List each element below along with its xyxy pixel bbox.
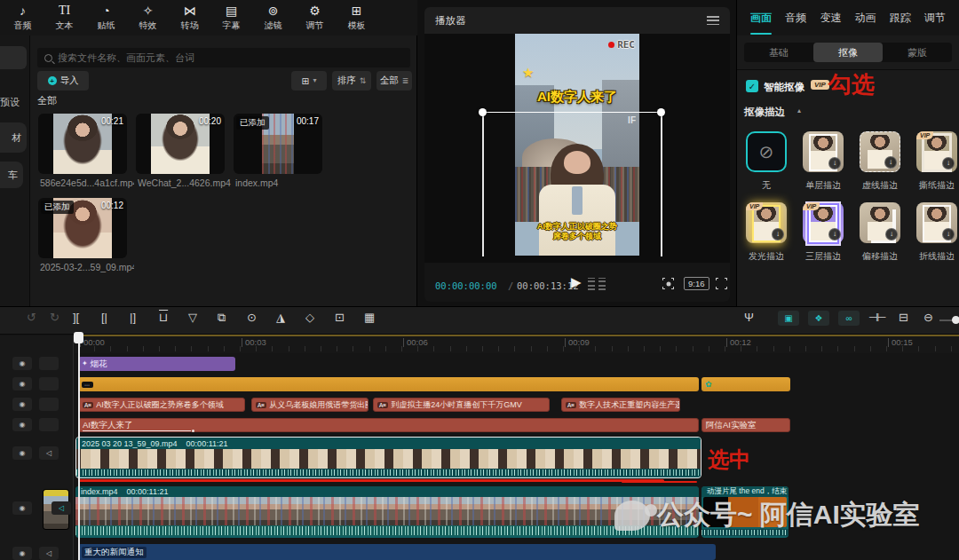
- stroke-option-offset[interactable]: ↓: [860, 202, 900, 243]
- stroke-option-glow[interactable]: VIP↓: [746, 202, 787, 243]
- effect-clip-fireworks[interactable]: ✦ 烟花: [78, 357, 235, 371]
- mirror-icon[interactable]: ◮: [276, 312, 285, 323]
- selection-handle-left[interactable]: [479, 108, 487, 116]
- rotate-icon[interactable]: ◇: [305, 312, 314, 323]
- stroke-option-dashed[interactable]: ↓: [860, 131, 900, 172]
- audio-clip-1[interactable]: ⋯: [78, 377, 699, 391]
- matting-tool-icon[interactable]: ▦: [364, 312, 375, 323]
- stroke-option-paper[interactable]: VIP↓: [916, 131, 957, 172]
- video-clip-selected[interactable]: 2025 03 20 13_59_09.mp400:00:11:21: [75, 437, 701, 478]
- frame-view-icon-2[interactable]: [598, 278, 606, 290]
- tab-text[interactable]: TI文本: [44, 0, 85, 35]
- media-item-4[interactable]: 已添加 00:12: [38, 198, 127, 258]
- tab-audio-props[interactable]: 音频: [785, 0, 806, 36]
- tab-adjust-props[interactable]: 调节: [924, 0, 946, 36]
- split-icon[interactable]: ][: [73, 312, 79, 323]
- tab-audio[interactable]: ♪音频: [2, 0, 44, 35]
- caption-clip-3[interactable]: A≡ 到虚拟主播24小时直播创下千万GMV: [373, 398, 550, 412]
- eye-icon[interactable]: ◉: [12, 418, 32, 431]
- eye-icon[interactable]: ◉: [12, 446, 32, 460]
- tab-tracking[interactable]: 跟踪: [890, 0, 911, 36]
- play-button[interactable]: ▶: [571, 275, 582, 288]
- track-option-icon[interactable]: [39, 377, 59, 390]
- media-item-2[interactable]: 00:20: [136, 114, 225, 174]
- brand-clip[interactable]: 阿信AI实验室: [701, 418, 790, 432]
- tab-filters[interactable]: ⊚滤镜: [252, 0, 294, 35]
- tab-sticker[interactable]: ◔贴纸: [85, 0, 127, 35]
- split-left-icon[interactable]: [|: [101, 312, 107, 323]
- stroke-option-triple[interactable]: VIP↓: [803, 202, 844, 243]
- subtab-basic[interactable]: 基础: [744, 43, 813, 62]
- subtab-matting[interactable]: 抠像: [813, 43, 883, 62]
- speaker-icon-active[interactable]: ◁: [52, 501, 71, 515]
- media-item-3[interactable]: 已添加 00:17: [234, 114, 322, 174]
- track-option-icon[interactable]: [39, 418, 59, 431]
- audio-clip-2[interactable]: ✿: [701, 377, 790, 391]
- delete-icon[interactable]: ⊔: [159, 312, 168, 323]
- media-search[interactable]: [37, 48, 410, 67]
- speed-icon[interactable]: ⊙: [247, 312, 257, 323]
- eye-icon[interactable]: ◉: [12, 357, 32, 370]
- caption-clip-1[interactable]: A≡ AI数字人正以破圈之势席卷多个领域: [78, 398, 245, 412]
- eye-icon[interactable]: ◉: [12, 377, 32, 390]
- timeline-zoom-out-icon[interactable]: ⊖: [923, 312, 933, 323]
- speaker-icon[interactable]: ◁: [39, 446, 59, 460]
- filter-button[interactable]: 全部 ≣: [376, 71, 412, 91]
- tab-effects[interactable]: ✧特效: [127, 0, 169, 35]
- rail-item-draft[interactable]: 车: [0, 162, 23, 188]
- import-button[interactable]: + 导入: [37, 71, 89, 91]
- crop-icon[interactable]: ⊡: [335, 312, 345, 323]
- sort-button[interactable]: 排序 ⇅: [332, 71, 371, 91]
- view-mode-button[interactable]: ⊞ ▾: [291, 71, 327, 91]
- magic-link-icon[interactable]: ❖: [808, 311, 829, 326]
- frame-view-icon[interactable]: [588, 278, 595, 290]
- fullscreen-icon[interactable]: [716, 278, 727, 289]
- tab-speed[interactable]: 变速: [820, 0, 841, 36]
- snap-toggle-icon[interactable]: ▣: [778, 311, 799, 326]
- tab-transition[interactable]: ⋈转场: [169, 0, 210, 35]
- eye-icon[interactable]: ◉: [12, 547, 32, 560]
- track-option-icon[interactable]: [39, 357, 59, 370]
- playhead-handle[interactable]: [74, 332, 83, 343]
- link-toggle-icon[interactable]: ∞: [838, 311, 860, 326]
- stroke-option-zigzag[interactable]: ↓: [916, 202, 957, 243]
- tab-adjust[interactable]: ⚙调节: [294, 0, 336, 35]
- player-menu-icon[interactable]: [707, 16, 719, 25]
- media-item-1[interactable]: 00:21: [38, 114, 127, 174]
- overlay-icon[interactable]: ⧉: [218, 312, 226, 323]
- subtab-mask[interactable]: 蒙版: [883, 43, 952, 62]
- mask-icon[interactable]: ▽: [188, 312, 197, 323]
- tab-animation[interactable]: 动画: [855, 0, 876, 36]
- record-voiceover-icon[interactable]: Ψ: [744, 312, 754, 323]
- aspect-ratio-button[interactable]: 9:16: [684, 277, 709, 290]
- playhead-line[interactable]: [78, 335, 80, 560]
- smart-matting-checkbox[interactable]: ✓: [746, 80, 758, 92]
- speaker-icon[interactable]: ◁: [39, 547, 59, 560]
- tab-captions[interactable]: ▤字幕: [210, 0, 252, 35]
- preview-axis-icon[interactable]: ⊟: [899, 312, 908, 323]
- rail-item-material[interactable]: 材: [0, 122, 27, 153]
- stroke-option-single[interactable]: ↓: [803, 131, 844, 172]
- preview-quality-icon[interactable]: [662, 278, 674, 289]
- selection-right-edge[interactable]: [661, 113, 662, 256]
- unlink-icon[interactable]: ⊣⊢: [868, 312, 885, 323]
- selection-handle-right[interactable]: [657, 108, 665, 116]
- collapse-caret-icon[interactable]: ▴: [797, 107, 801, 114]
- news-audio-clip[interactable]: 重大的新闻通知: [78, 544, 716, 560]
- track-option-icon[interactable]: [39, 398, 59, 411]
- split-right-icon[interactable]: |]: [130, 312, 136, 323]
- rail-search-box[interactable]: [0, 46, 27, 69]
- timeline-zoom-slider-handle[interactable]: [952, 316, 959, 324]
- caption-clip-2[interactable]: A≡ 从义乌老板娘用俄语带货出圈: [251, 398, 369, 412]
- caption-clip-4[interactable]: A≡ 数字人技术正重塑内容生产逻辑: [561, 398, 680, 412]
- selection-left-edge[interactable]: [482, 113, 484, 256]
- undo-icon[interactable]: ↺: [27, 312, 36, 323]
- stroke-option-none[interactable]: ⊘: [746, 131, 787, 172]
- video-clip-index[interactable]: index.mp400:00:11:21: [75, 486, 699, 538]
- eye-icon[interactable]: ◉: [12, 398, 32, 411]
- search-input[interactable]: [58, 52, 403, 63]
- tab-templates[interactable]: ⊞模板: [336, 0, 377, 35]
- eye-icon[interactable]: ◉: [12, 501, 32, 515]
- selection-top-edge[interactable]: [482, 112, 662, 113]
- redo-icon[interactable]: ↻: [50, 312, 59, 323]
